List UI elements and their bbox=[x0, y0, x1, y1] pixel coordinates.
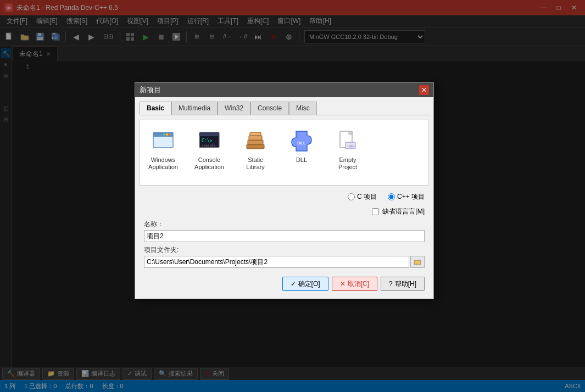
windows-app-icon bbox=[150, 128, 176, 154]
console-app-label: ConsoleApplication bbox=[194, 156, 224, 171]
windows-app-label: WindowsApplication bbox=[148, 156, 178, 171]
svg-point-20 bbox=[166, 133, 168, 136]
svg-text:C:\>_: C:\>_ bbox=[202, 138, 215, 143]
c-project-radio[interactable] bbox=[348, 193, 355, 200]
proj-empty[interactable]: .cpp Empty Project bbox=[327, 125, 369, 174]
dialog-title: 新项目 bbox=[140, 85, 161, 95]
cancel-x: ✕ bbox=[340, 280, 346, 288]
default-language-label[interactable]: 缺省语言言[M] bbox=[382, 207, 425, 216]
dialog-titlebar: 新项目 ✕ bbox=[135, 83, 433, 97]
ok-label: 确定[O] bbox=[298, 279, 320, 289]
svg-text:console: console bbox=[202, 143, 216, 147]
path-input-group bbox=[144, 256, 425, 268]
dialog-buttons: ✓ 确定[O] ✕ 取消[C] ? 帮助[H] bbox=[140, 273, 429, 294]
name-input[interactable] bbox=[144, 230, 425, 242]
svg-rect-29 bbox=[249, 136, 262, 140]
cpp-project-label[interactable]: C++ 项目 bbox=[397, 192, 425, 201]
svg-rect-30 bbox=[250, 132, 261, 136]
ok-checkmark: ✓ bbox=[291, 280, 296, 288]
help-question-icon: ? bbox=[389, 280, 393, 288]
proj-static-lib[interactable]: Static Library bbox=[235, 125, 276, 174]
ok-button[interactable]: ✓ 确定[O] bbox=[282, 277, 328, 291]
cpp-project-radio[interactable] bbox=[388, 193, 395, 200]
name-field-row: 名称： bbox=[144, 220, 425, 242]
c-project-label[interactable]: C 项目 bbox=[357, 192, 377, 201]
path-field-row: 项目文件夹: bbox=[144, 245, 425, 268]
path-label: 项目文件夹: bbox=[144, 245, 425, 255]
svg-text:DLL: DLL bbox=[297, 141, 306, 145]
dll-label: DLL bbox=[296, 156, 307, 164]
dialog-tab-misc[interactable]: Misc bbox=[289, 102, 317, 115]
static-lib-label: Static Library bbox=[238, 156, 273, 171]
svg-point-21 bbox=[163, 133, 165, 136]
browse-button[interactable] bbox=[410, 256, 425, 268]
svg-text:.cpp: .cpp bbox=[347, 144, 355, 148]
dialog-tab-multimedia[interactable]: Multimedia bbox=[171, 102, 218, 115]
dialog-tab-win32[interactable]: Win32 bbox=[218, 102, 250, 115]
dialog-body: Basic Multimedia Win32 Console Misc bbox=[135, 97, 433, 299]
cancel-label: 取消[C] bbox=[348, 279, 369, 289]
svg-point-19 bbox=[169, 133, 171, 136]
proj-console-app[interactable]: C:\>_ console ConsoleApplication bbox=[188, 125, 230, 174]
help-label: 帮助[H] bbox=[395, 279, 416, 289]
project-icons-grid: WindowsApplication C:\>_ console Console… bbox=[140, 120, 429, 186]
path-input[interactable] bbox=[144, 256, 409, 268]
fields-area: 名称： 项目文件夹: bbox=[140, 217, 429, 273]
proj-windows-app[interactable]: WindowsApplication bbox=[142, 125, 184, 174]
c-project-radio-group: C 项目 bbox=[348, 192, 377, 201]
svg-rect-27 bbox=[247, 144, 264, 149]
help-button[interactable]: ? 帮助[H] bbox=[381, 277, 425, 291]
dialog-tabs: Basic Multimedia Win32 Console Misc bbox=[140, 102, 429, 115]
empty-project-icon: .cpp bbox=[335, 128, 361, 154]
name-label: 名称： bbox=[144, 220, 425, 229]
svg-rect-24 bbox=[199, 135, 219, 136]
dialog-close-button[interactable]: ✕ bbox=[419, 85, 429, 95]
proj-dll[interactable]: DLL DLL bbox=[281, 125, 322, 167]
dialog-tab-console[interactable]: Console bbox=[250, 102, 289, 115]
new-project-dialog: 新项目 ✕ Basic Multimedia Win32 Console Mis… bbox=[135, 82, 434, 299]
dialog-tab-basic[interactable]: Basic bbox=[140, 102, 171, 115]
svg-rect-18 bbox=[153, 136, 173, 137]
cancel-button[interactable]: ✕ 取消[C] bbox=[332, 277, 377, 291]
static-lib-icon bbox=[242, 128, 269, 154]
svg-rect-28 bbox=[248, 140, 263, 144]
options-row: C 项目 C++ 项目 bbox=[140, 190, 429, 204]
console-app-icon: C:\>_ console bbox=[196, 128, 222, 154]
cpp-project-radio-group: C++ 项目 bbox=[388, 192, 425, 201]
checkbox-row: 缺省语言言[M] bbox=[140, 206, 429, 217]
default-language-checkbox[interactable] bbox=[372, 208, 379, 215]
dll-icon: DLL bbox=[288, 128, 315, 154]
empty-project-label: Empty Project bbox=[330, 156, 365, 171]
